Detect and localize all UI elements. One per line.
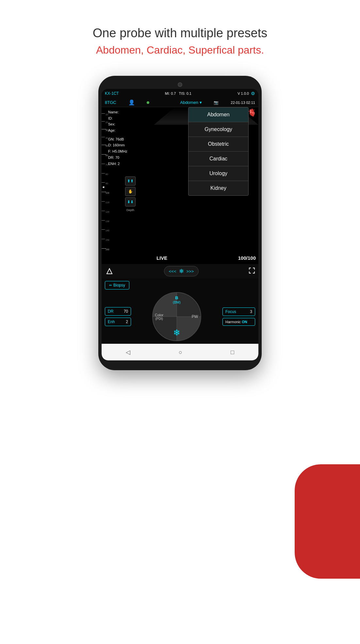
scan-area: 10 20 30 40 50 60 70 80 90 bbox=[102, 107, 258, 264]
left-sidebar: 10 20 30 40 50 60 70 80 90 bbox=[102, 107, 154, 264]
device-model: KX-1CT bbox=[105, 91, 119, 96]
dial-pw-label: PW bbox=[192, 314, 198, 319]
recent-btn[interactable]: □ bbox=[224, 348, 241, 357]
preset-item-kidney[interactable]: Kidney bbox=[188, 181, 248, 195]
back-btn[interactable]: ◁ bbox=[119, 347, 137, 357]
triangle-icon bbox=[106, 268, 113, 274]
depth-control: ⬆⬆ ✋ ⬇⬇ Depth bbox=[108, 176, 153, 212]
preset-item-abdomen[interactable]: Abdomen bbox=[188, 107, 248, 122]
svg-marker-0 bbox=[107, 269, 112, 274]
focus-btn[interactable]: Focus 3 bbox=[222, 307, 255, 316]
harmonic-btn[interactable]: Harmonic ON bbox=[222, 318, 255, 326]
enh-btn[interactable]: Enh 2 bbox=[105, 318, 131, 326]
preset-item-gynecology[interactable]: Gynecology bbox=[188, 122, 248, 137]
mi-label: MI: bbox=[165, 91, 170, 95]
age-field: Age: bbox=[108, 127, 153, 134]
right-controls: Focus 3 Harmonic ON bbox=[222, 307, 255, 326]
preset-dropdown[interactable]: Abdomen ▾ bbox=[180, 100, 202, 105]
live-label: LIVE bbox=[156, 255, 167, 261]
focus-label: Focus bbox=[225, 309, 236, 314]
freeze-snowflake[interactable]: ❄ bbox=[173, 328, 180, 338]
d-value: D: 160mm bbox=[108, 142, 153, 148]
phone-notch bbox=[102, 82, 258, 87]
harmonic-label: Harmonic bbox=[225, 320, 241, 324]
enh-label: Enh bbox=[108, 320, 115, 324]
dr-value: 70 bbox=[124, 309, 128, 314]
sex-field: Sex: bbox=[108, 121, 153, 127]
frame-counter: 100/100 bbox=[238, 255, 256, 261]
depth-down-btn[interactable]: ⬇⬇ bbox=[125, 197, 136, 206]
depth-label: Depth bbox=[126, 208, 134, 212]
phone-frame: KX-1CT MI: 0.7 TIS: 0.1 V 1.0.0 ⚙ 8TGC 👤… bbox=[98, 76, 262, 370]
preset-item-obstetric[interactable]: Obstetric bbox=[188, 137, 248, 152]
middle-row: DR 70 Enh 2 B (BM) bbox=[105, 292, 255, 341]
left-params: DR 70 Enh 2 bbox=[105, 307, 131, 326]
volume-icon: ◀ bbox=[102, 186, 104, 189]
connection-dot bbox=[147, 101, 149, 104]
version-gear: V 1.0.0 ⚙ bbox=[237, 91, 255, 96]
person-icon: 👤 bbox=[128, 99, 135, 106]
playback-controls: <<< ❄ >>> bbox=[164, 266, 199, 276]
biopsy-label: Biopsy bbox=[113, 283, 125, 288]
version-label: V 1.0.0 bbox=[237, 91, 249, 95]
phone-camera bbox=[178, 82, 182, 87]
dial-b-label: B (BM) bbox=[173, 295, 181, 304]
triangle-btn[interactable] bbox=[105, 267, 114, 276]
dial-color-label: Color (PDI) bbox=[155, 313, 163, 321]
preset-item-urology[interactable]: Urology bbox=[188, 166, 248, 181]
bottom-controls: ✏ Biopsy DR 70 Enh 2 bbox=[102, 278, 258, 344]
tgc-label[interactable]: 8TGC bbox=[105, 100, 116, 105]
mi-value: 0.7 bbox=[171, 91, 176, 95]
status-bar: KX-1CT MI: 0.7 TIS: 0.1 V 1.0.0 ⚙ bbox=[102, 89, 258, 98]
home-btn[interactable]: ○ bbox=[172, 348, 189, 357]
fullscreen-icon bbox=[249, 267, 255, 274]
depth-ruler: 10 20 30 40 50 60 70 80 90 bbox=[102, 107, 107, 264]
biopsy-icon: ✏ bbox=[109, 283, 112, 288]
decorative-shape bbox=[295, 464, 360, 579]
scan-image: Abdomen Gynecology Obstetric Cardiac Uro… bbox=[154, 107, 258, 264]
depth-up-btn[interactable]: ⬆⬆ bbox=[125, 176, 136, 186]
forward-btn[interactable]: >>> bbox=[187, 269, 194, 274]
page-title: One probe with multiple presets bbox=[93, 26, 267, 40]
phone-screen: KX-1CT MI: 0.7 TIS: 0.1 V 1.0.0 ⚙ 8TGC 👤… bbox=[102, 89, 258, 360]
id-field: ID: bbox=[108, 115, 153, 122]
dr-label: DR bbox=[108, 309, 113, 314]
gn-value: GN: 76dB bbox=[108, 136, 153, 142]
device-stats: MI: 0.7 TIS: 0.1 bbox=[165, 91, 191, 95]
dr-value: DR: 70 bbox=[108, 155, 153, 161]
top-row-controls: ✏ Biopsy bbox=[105, 281, 255, 289]
tis-value: 0.1 bbox=[187, 91, 191, 95]
liver-icon-area: 🫀 bbox=[248, 108, 256, 117]
enh-value: 2 bbox=[126, 320, 128, 324]
preset-item-cardiac[interactable]: Cardiac bbox=[188, 152, 248, 166]
phone-nav: ◁ ○ □ bbox=[102, 344, 258, 360]
depth-mid-btn[interactable]: ✋ bbox=[125, 187, 136, 196]
fullscreen-btn[interactable] bbox=[249, 267, 255, 275]
second-bar: 8TGC 👤 Abdomen ▾ 📷 22-01-13 02:11 bbox=[102, 98, 258, 107]
enh-value: ENH: 2 bbox=[108, 161, 153, 167]
datetime: 22-01-13 02:11 bbox=[231, 101, 255, 105]
page-subtitle: Abdomen, Cardiac, Superfical parts. bbox=[96, 44, 264, 56]
name-field: Name: bbox=[108, 109, 153, 115]
gear-icon[interactable]: ⚙ bbox=[251, 91, 255, 96]
dr-btn[interactable]: DR 70 bbox=[105, 307, 131, 316]
tis-label: TIS: bbox=[179, 91, 185, 95]
control-bar: <<< ❄ >>> bbox=[102, 264, 258, 278]
f-value: F: H5.0MHz bbox=[108, 148, 153, 155]
biopsy-btn[interactable]: ✏ Biopsy bbox=[105, 281, 129, 289]
tech-info: GN: 76dB D: 160mm F: H5.0MHz DR: 70 ENH:… bbox=[108, 136, 153, 167]
screenshot-icon[interactable]: 📷 bbox=[214, 100, 219, 105]
rewind-btn[interactable]: <<< bbox=[169, 269, 176, 274]
patient-info: Name: ID: Sex: Age: bbox=[108, 109, 153, 134]
preset-dropdown-menu: Abdomen Gynecology Obstetric Cardiac Uro… bbox=[188, 107, 249, 196]
rotary-dial[interactable]: B (BM) Color (PDI) PW ❄ bbox=[152, 292, 201, 341]
liver-icon: 🫀 bbox=[248, 108, 256, 117]
focus-value: 3 bbox=[250, 309, 252, 314]
snowflake-btn[interactable]: ❄ bbox=[179, 268, 184, 275]
harmonic-value: ON bbox=[242, 320, 247, 324]
